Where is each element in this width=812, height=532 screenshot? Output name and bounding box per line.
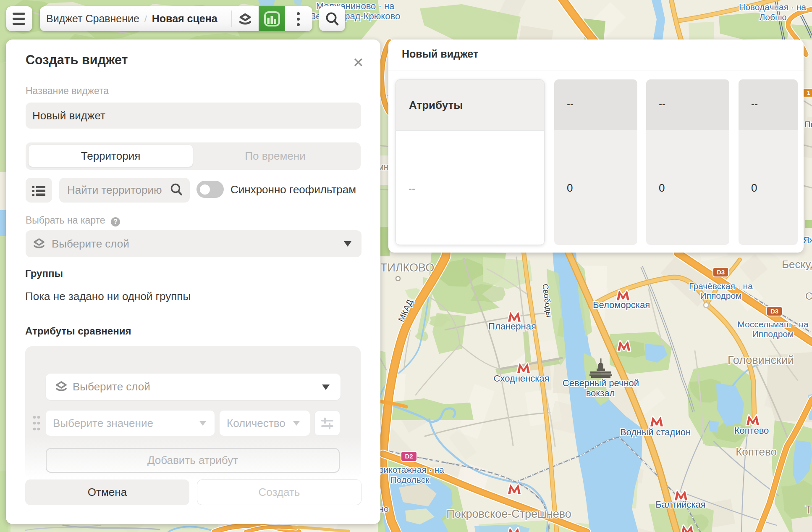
svg-text:Водный стадион: Водный стадион	[620, 427, 691, 437]
svg-text:Т: Т	[805, 503, 812, 516]
svg-text:D2: D2	[405, 453, 413, 460]
svg-text:Новодачная · на: Новодачная · на	[739, 2, 806, 12]
svg-text:вокзал: вокзал	[586, 388, 615, 398]
svg-text:Пик: Пик	[804, 120, 812, 129]
svg-text:Головинский: Головинский	[728, 354, 794, 366]
svg-text:D3: D3	[717, 269, 725, 276]
svg-text:Грачёвская · на: Грачёвская · на	[689, 281, 753, 291]
svg-text:Ипподром: Ипподром	[700, 291, 741, 300]
svg-text:Бескуд: Бескуд	[782, 258, 812, 271]
svg-text:Северный речной: Северный речной	[563, 378, 639, 388]
svg-text:1: 1	[807, 90, 810, 96]
svg-text:Планерная: Планерная	[488, 321, 536, 332]
svg-text:Сходненская: Сходненская	[493, 373, 549, 384]
svg-text:Подольск: Подольск	[390, 475, 430, 485]
svg-text:Трикотажная · на: Трикотажная · на	[374, 465, 444, 474]
svg-text:Коптево: Коптево	[736, 445, 777, 458]
svg-text:Беломорская: Беломорская	[593, 300, 650, 310]
svg-text:D3: D3	[770, 308, 778, 315]
svg-text:Покровское-Стрешнево: Покровское-Стрешнево	[446, 508, 571, 520]
svg-text:Яхр: Яхр	[803, 235, 812, 245]
svg-text:ТИЛКОВО: ТИЛКОВО	[380, 261, 434, 274]
svg-text:Се: Се	[805, 290, 812, 302]
svg-text:Моссельмаш · на: Моссельмаш · на	[737, 319, 809, 329]
svg-text:Коптево: Коптево	[734, 425, 769, 436]
svg-text:Ипподром: Ипподром	[752, 329, 794, 339]
svg-text:Балтийская: Балтийская	[655, 499, 705, 510]
svg-text:Лобню: Лобню	[760, 12, 787, 22]
